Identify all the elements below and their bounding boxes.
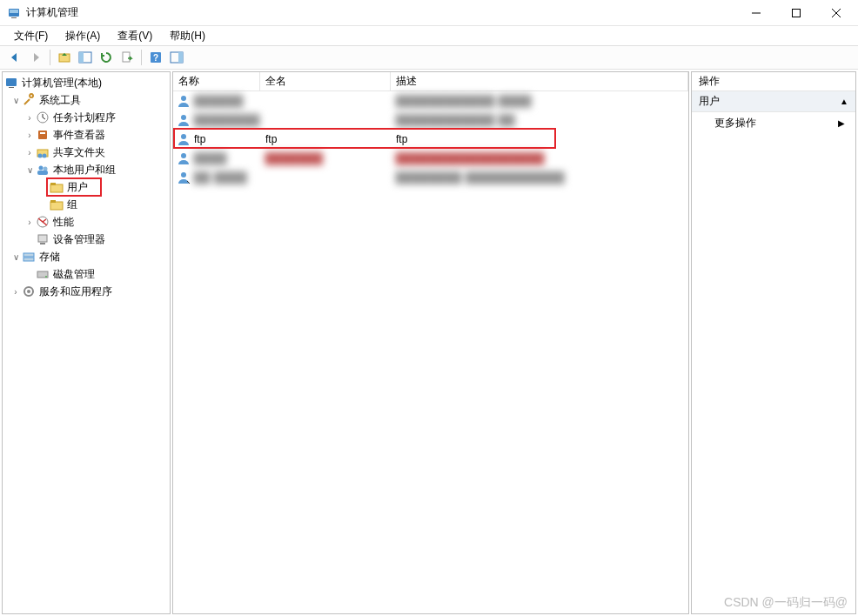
- actions-panel: 操作 用户 ▲ 更多操作 ▶: [691, 71, 856, 614]
- row-desc: ftp: [391, 133, 688, 145]
- svg-point-41: [181, 115, 186, 120]
- blurred-text: ██ ████: [194, 171, 247, 184]
- user-icon: [177, 132, 191, 146]
- action-more[interactable]: 更多操作 ▶: [692, 112, 855, 133]
- svg-point-24: [44, 167, 48, 171]
- svg-point-44: [181, 172, 186, 177]
- menu-file[interactable]: 文件(F): [5, 27, 57, 45]
- svg-text:?: ?: [153, 53, 158, 63]
- collapse-icon[interactable]: ∨: [10, 96, 22, 105]
- toolbar-separator: [50, 50, 50, 65]
- up-button[interactable]: [55, 48, 74, 67]
- table-row[interactable]: ████████ ████████████ ██: [173, 110, 688, 130]
- tree-shared-folders[interactable]: › 共享文件夹: [3, 144, 170, 161]
- tools-icon: [22, 93, 36, 107]
- event-viewer-icon: [36, 128, 50, 142]
- list-rows: ██████ ████████████ ████ ████████ ██████…: [173, 91, 688, 187]
- device-mgr-icon: [36, 232, 50, 246]
- collapse-arrow-icon[interactable]: ▲: [840, 97, 848, 106]
- show-hide-action-pane-button[interactable]: [167, 48, 186, 67]
- minimize-button[interactable]: [736, 0, 776, 26]
- storage-icon: [22, 250, 36, 264]
- user-icon: [177, 113, 191, 127]
- window-titlebar: 计算机管理: [0, 0, 858, 26]
- tree-device-manager[interactable]: 设备管理器: [3, 231, 170, 248]
- expand-icon[interactable]: ›: [23, 218, 36, 227]
- app-icon: [7, 6, 21, 20]
- table-row[interactable]: ██ ████ ████████ ████████████: [173, 168, 688, 187]
- list-panel[interactable]: 名称 全名 描述 ██████ ████████████ ████ ██████…: [172, 71, 689, 614]
- tree-disk-management[interactable]: 磁盘管理: [3, 265, 170, 283]
- svg-point-21: [38, 154, 43, 158]
- svg-rect-15: [6, 78, 17, 86]
- svg-rect-28: [50, 202, 63, 210]
- svg-rect-18: [38, 131, 47, 139]
- expand-icon[interactable]: ›: [23, 131, 36, 140]
- table-row-ftp[interactable]: ftp ftp ftp: [173, 130, 688, 149]
- svg-rect-19: [40, 132, 45, 134]
- table-row[interactable]: ████ ███████ ██████████████████: [173, 149, 688, 168]
- expand-icon[interactable]: ›: [10, 287, 22, 297]
- toolbar: ?: [0, 45, 858, 70]
- forward-button[interactable]: [26, 48, 45, 67]
- svg-rect-4: [793, 9, 801, 17]
- svg-point-40: [181, 96, 186, 101]
- services-icon: [22, 285, 36, 298]
- export-button[interactable]: [117, 48, 137, 67]
- tree-event-viewer[interactable]: › 事件查看器: [3, 126, 170, 144]
- tree-system-tools[interactable]: ∨ 系统工具: [3, 91, 170, 109]
- svg-rect-25: [37, 171, 48, 175]
- menu-bar: 文件(F) 操作(A) 查看(V) 帮助(H): [0, 26, 858, 45]
- show-hide-tree-button[interactable]: [76, 48, 95, 67]
- tree-performance[interactable]: › 性能: [3, 213, 170, 231]
- menu-action[interactable]: 操作(A): [57, 27, 109, 45]
- svg-point-39: [27, 290, 30, 293]
- refresh-button[interactable]: [97, 48, 116, 67]
- tree-users[interactable]: 用户: [3, 178, 170, 196]
- column-description[interactable]: 描述: [391, 72, 688, 90]
- svg-point-23: [39, 166, 44, 171]
- blurred-text: ████████ ████████████: [396, 171, 565, 184]
- shared-folder-icon: [36, 145, 50, 159]
- collapse-icon[interactable]: ∨: [10, 252, 22, 262]
- tree-storage[interactable]: ∨ 存储: [3, 248, 170, 265]
- blurred-text: ███████: [265, 152, 324, 164]
- menu-help[interactable]: 帮助(H): [161, 27, 214, 45]
- menu-view[interactable]: 查看(V): [109, 27, 161, 45]
- blurred-text: ██████████████████: [396, 152, 545, 164]
- blurred-text: ████████████ ████: [396, 95, 532, 107]
- collapse-icon[interactable]: ∨: [23, 165, 36, 175]
- row-name: ftp: [194, 133, 205, 145]
- column-fullname[interactable]: 全名: [260, 72, 391, 90]
- toolbar-separator: [141, 50, 142, 65]
- expand-icon[interactable]: ›: [23, 148, 36, 157]
- maximize-button[interactable]: [776, 0, 816, 26]
- svg-rect-10: [123, 52, 130, 62]
- actions-title: 操作: [692, 72, 855, 91]
- folder-icon: [50, 180, 64, 194]
- tree-panel[interactable]: 计算机管理(本地) ∨ 系统工具 › 任务计划程序 › 事件查看器 › 共享文件…: [2, 71, 171, 614]
- svg-rect-34: [23, 253, 34, 257]
- folder-icon: [50, 198, 64, 211]
- tree-services-apps[interactable]: › 服务和应用程序: [3, 283, 170, 300]
- tree-groups[interactable]: 组: [3, 196, 170, 213]
- svg-rect-33: [40, 243, 45, 244]
- clock-icon: [36, 110, 50, 124]
- svg-point-37: [45, 276, 47, 278]
- back-button[interactable]: [5, 48, 24, 67]
- perf-icon: [36, 215, 50, 229]
- svg-rect-2: [10, 10, 18, 13]
- svg-rect-32: [38, 235, 47, 242]
- blurred-text: ██████: [194, 95, 244, 107]
- tree-task-scheduler[interactable]: › 任务计划程序: [3, 109, 170, 126]
- svg-rect-1: [11, 17, 17, 18]
- close-button[interactable]: [816, 0, 856, 26]
- help-button[interactable]: ?: [146, 48, 165, 67]
- tree-local-users-groups[interactable]: ∨ 本地用户和组: [3, 161, 170, 178]
- tree-root[interactable]: 计算机管理(本地): [3, 74, 170, 91]
- table-row[interactable]: ██████ ████████████ ████: [173, 91, 688, 110]
- column-name[interactable]: 名称: [173, 72, 260, 90]
- expand-icon[interactable]: ›: [23, 113, 36, 123]
- chevron-right-icon: ▶: [838, 118, 845, 128]
- blurred-text: ████████████ ██: [396, 114, 515, 126]
